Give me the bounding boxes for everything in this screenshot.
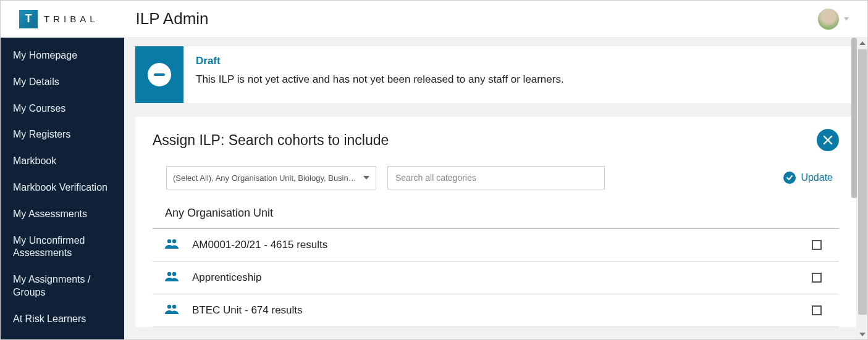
- sidebar-item-my-courses[interactable]: My Courses: [1, 96, 124, 122]
- scroll-down-icon[interactable]: [857, 329, 867, 339]
- people-icon: [165, 239, 179, 251]
- sidebar-item-markbook[interactable]: Markbook: [1, 148, 124, 175]
- svg-point-0: [167, 239, 171, 243]
- inner-scrollbar-thumb[interactable]: [851, 38, 857, 198]
- scroll-thumb[interactable]: [858, 49, 867, 315]
- status-banner: Draft This ILP is not yet active and has…: [135, 46, 856, 103]
- cohort-row[interactable]: Apprenticeship: [153, 262, 839, 294]
- sidebar-item-my-details[interactable]: My Details: [1, 69, 124, 96]
- people-icon: [165, 272, 179, 284]
- status-banner-title: Draft: [196, 55, 564, 67]
- assign-ilp-panel: Assign ILP: Search cohorts to include (S…: [135, 117, 856, 327]
- category-select-value: (Select All), Any Organisation Unit, Bio…: [173, 173, 358, 183]
- app-header: T TRIBAL ILP Admin: [1, 1, 867, 38]
- page-title: ILP Admin: [136, 9, 209, 28]
- main-content: Draft This ILP is not yet active and has…: [124, 38, 867, 339]
- svg-point-2: [167, 272, 171, 276]
- outer-scrollbar[interactable]: [857, 38, 867, 339]
- cohort-checkbox[interactable]: [812, 273, 822, 283]
- sidebar-item-my-assignments-groups[interactable]: My Assignments / Groups: [1, 267, 124, 306]
- cohort-row-label: Apprenticeship: [192, 272, 261, 284]
- svg-point-3: [172, 272, 176, 276]
- cohort-checkbox[interactable]: [812, 240, 822, 250]
- logo-mark: T: [19, 10, 38, 28]
- sidebar-item-my-registers[interactable]: My Registers: [1, 122, 124, 148]
- cohort-checkbox[interactable]: [812, 305, 822, 315]
- update-label: Update: [801, 172, 833, 183]
- sidebar-item-my-assessments[interactable]: My Assessments: [1, 201, 124, 228]
- sidebar-item-my-unconfirmed-assessments[interactable]: My Unconfirmed Assessments: [1, 228, 124, 267]
- user-menu-caret-icon[interactable]: [844, 17, 849, 20]
- svg-point-5: [172, 305, 176, 309]
- status-banner-icon-wrap: [135, 46, 183, 103]
- cohort-row-label: BTEC Unit - 674 results: [192, 304, 303, 317]
- svg-point-4: [167, 305, 171, 309]
- logo-text: TRIBAL: [44, 14, 99, 24]
- cohort-row[interactable]: AM0001-20/21 - 4615 results: [153, 229, 839, 262]
- status-banner-description: This ILP is not yet active and has not y…: [196, 73, 564, 86]
- sidebar-nav: My Homepage My Details My Courses My Reg…: [1, 38, 124, 339]
- check-circle-icon: [783, 172, 796, 184]
- sidebar-item-markbook-verification[interactable]: Markbook Verification: [1, 175, 124, 201]
- user-avatar[interactable]: [818, 9, 839, 30]
- sidebar-item-targets[interactable]: Targets: [1, 333, 124, 339]
- people-icon: [165, 304, 179, 317]
- chevron-down-icon: [363, 176, 369, 180]
- sidebar-item-my-homepage[interactable]: My Homepage: [1, 43, 124, 69]
- sidebar-item-at-risk-learners[interactable]: At Risk Learners: [1, 306, 124, 333]
- category-select[interactable]: (Select All), Any Organisation Unit, Bio…: [166, 166, 376, 189]
- panel-title: Assign ILP: Search cohorts to include: [153, 132, 389, 149]
- scroll-up-icon[interactable]: [857, 38, 867, 48]
- close-icon: [823, 135, 833, 145]
- cohort-row-label: AM0001-20/21 - 4615 results: [192, 239, 327, 251]
- svg-point-1: [172, 239, 176, 243]
- search-input[interactable]: [387, 166, 605, 189]
- close-button[interactable]: [817, 129, 839, 151]
- update-button[interactable]: Update: [783, 172, 839, 184]
- minus-circle-icon: [148, 63, 171, 86]
- section-title: Any Organisation Unit: [153, 207, 839, 229]
- cohort-row[interactable]: BTEC Unit - 674 results: [153, 294, 839, 327]
